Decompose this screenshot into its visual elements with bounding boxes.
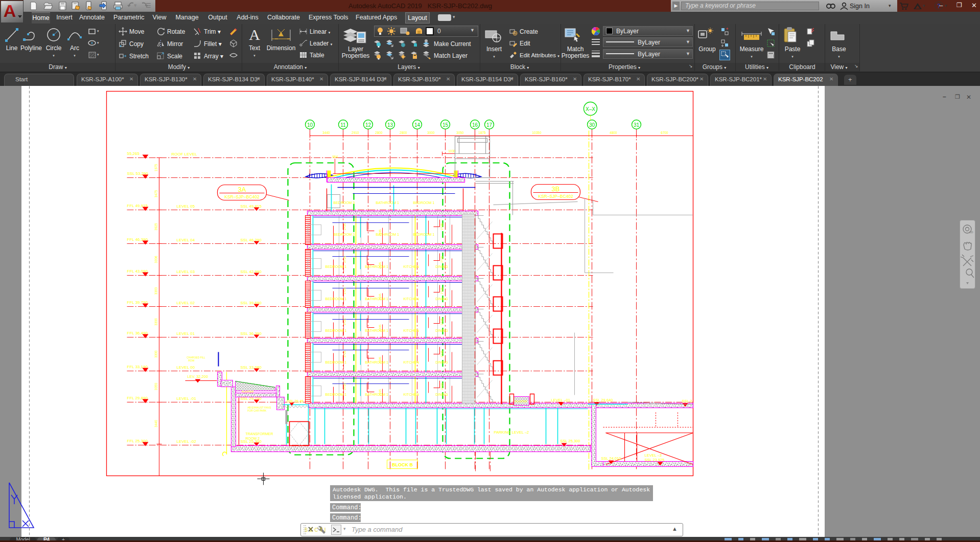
svg-text:3000: 3000 <box>427 131 435 134</box>
svg-text:SSL 24,010: SSL 24,010 <box>601 456 621 461</box>
svg-text:6700: 6700 <box>661 131 668 134</box>
svg-text:2725: 2725 <box>440 350 444 357</box>
svg-text:3475: 3475 <box>154 190 158 197</box>
svg-text:BATHROOM 1: BATHROOM 1 <box>365 393 389 396</box>
svg-text:2725: 2725 <box>440 287 444 294</box>
svg-text:31: 31 <box>634 122 640 128</box>
svg-text:2725: 2725 <box>440 318 444 325</box>
svg-text:SSL 23,925: SSL 23,925 <box>645 458 665 462</box>
svg-text:LEVEL –01: LEVEL –01 <box>551 398 571 402</box>
svg-text:DINING: DINING <box>436 360 449 364</box>
svg-text:BEDROOM 1: BEDROOM 1 <box>325 297 347 301</box>
svg-text:SSL 29,49: SSL 29,49 <box>287 399 304 403</box>
svg-text:10350: 10350 <box>532 131 541 134</box>
svg-text:DINING: DINING <box>436 393 449 396</box>
svg-text:PLANTER: PLANTER <box>242 390 254 393</box>
svg-text:2910: 2910 <box>352 131 359 134</box>
svg-text:BEDROOM 1: BEDROOM 1 <box>413 233 435 236</box>
svg-text:ROOF LEVEL: ROOF LEVEL <box>172 152 198 156</box>
svg-text:KITCHEN: KITCHEN <box>404 360 419 364</box>
svg-text:1875: 1875 <box>478 131 486 134</box>
svg-text:2725: 2725 <box>343 382 346 390</box>
svg-text:LEVEL 00: LEVEL 00 <box>177 365 195 370</box>
svg-text:2725: 2725 <box>343 287 346 294</box>
svg-text:1975: 1975 <box>154 164 158 171</box>
svg-text:BEDROOM 1: BEDROOM 1 <box>325 329 347 332</box>
svg-text:LEVEL 04: LEVEL 04 <box>177 238 195 242</box>
svg-text:BEDROOM 1: BEDROOM 1 <box>325 360 347 364</box>
svg-text:30: 30 <box>589 122 595 128</box>
svg-text:15: 15 <box>442 122 449 128</box>
svg-text:BATHROOM 1: BATHROOM 1 <box>365 265 389 268</box>
svg-text:LEVEL -01: LEVEL -01 <box>177 396 197 401</box>
svg-text:3440: 3440 <box>154 420 158 427</box>
svg-text:BATHROOM 1: BATHROOM 1 <box>365 329 389 332</box>
svg-text:DINING: DINING <box>436 329 449 332</box>
svg-text:3925: 3925 <box>154 223 158 231</box>
svg-text:2725: 2725 <box>440 382 444 390</box>
svg-text:ROW: ROW <box>189 359 195 362</box>
svg-text:KITCHEN: KITCHEN <box>404 297 419 301</box>
svg-text:3440: 3440 <box>322 131 330 134</box>
svg-text:3A: 3A <box>238 186 246 193</box>
svg-text:LEV. 32,200: LEV. 32,200 <box>188 374 208 379</box>
svg-text:11: 11 <box>340 122 346 128</box>
svg-text:KSR–SJP–BC402: KSR–SJP–BC402 <box>224 194 260 199</box>
svg-text:BATHROOM 1: BATHROOM 1 <box>365 297 389 301</box>
svg-text:2725: 2725 <box>440 223 444 230</box>
svg-text:17: 17 <box>486 122 493 128</box>
svg-text:3050: 3050 <box>456 131 464 134</box>
svg-text:PARKING LEVEL –2: PARKING LEVEL –2 <box>494 430 529 435</box>
svg-text:DINING: DINING <box>436 297 449 301</box>
svg-text:3300: 3300 <box>154 287 158 295</box>
svg-text:BATHROOM 1: BATHROOM 1 <box>365 360 389 364</box>
svg-text:964: 964 <box>333 155 338 159</box>
svg-text:55,265: 55,265 <box>127 151 140 156</box>
svg-text:SSL 25,300: SSL 25,300 <box>561 439 580 443</box>
svg-text:2725: 2725 <box>343 318 346 325</box>
svg-text:3350: 3350 <box>154 382 158 390</box>
svg-text:2725: 2725 <box>343 256 346 263</box>
svg-text:LEVEL 01: LEVEL 01 <box>177 331 195 336</box>
svg-text:4800: 4800 <box>610 131 617 134</box>
svg-text:A: A <box>249 27 260 43</box>
svg-text:2725: 2725 <box>440 256 444 263</box>
svg-text:LEVEL –3: LEVEL –3 <box>645 453 662 458</box>
svg-text:16: 16 <box>472 122 478 128</box>
svg-text:BEDROOM 1: BEDROOM 1 <box>413 201 435 205</box>
svg-text:BLOCK B: BLOCK B <box>392 462 413 467</box>
svg-text:BATHROOM 1: BATHROOM 1 <box>376 201 400 205</box>
svg-text:3306: 3306 <box>154 256 158 263</box>
svg-text:KITCHEN: KITCHEN <box>404 329 419 332</box>
svg-text:LEVEL 03: LEVEL 03 <box>177 269 195 274</box>
svg-text:BEDROOM 3: BEDROOM 3 <box>334 201 355 205</box>
svg-text:A: A <box>4 1 16 20</box>
svg-text:SSL 29,640: SSL 29,640 <box>593 398 613 402</box>
svg-text:KSR–SJP–BC402: KSR–SJP–BC402 <box>538 194 573 199</box>
svg-text:10: 10 <box>307 122 313 128</box>
svg-text:BEDROOM 3: BEDROOM 3 <box>334 233 355 236</box>
svg-text:12: 12 <box>365 122 371 128</box>
svg-text:2725: 2725 <box>343 350 346 357</box>
svg-text:KITCHEN: KITCHEN <box>404 393 419 396</box>
svg-text:2725: 2725 <box>343 223 346 230</box>
svg-text:ROOM 2: ROOM 2 <box>246 437 260 440</box>
svg-text:2800: 2800 <box>400 131 407 134</box>
svg-text:3300: 3300 <box>154 318 158 326</box>
svg-text:2D: 2D <box>969 231 973 234</box>
svg-text:FOR CAR PARK: FOR CAR PARK <box>248 409 267 412</box>
svg-text:BEDROOM 1: BEDROOM 1 <box>325 265 347 268</box>
svg-text:KITCHEN: KITCHEN <box>404 265 419 268</box>
svg-text:DINING: DINING <box>436 265 449 268</box>
svg-text:2800: 2800 <box>375 131 383 134</box>
svg-text:13: 13 <box>387 122 393 128</box>
svg-text:3300: 3300 <box>154 350 158 358</box>
svg-text:BEDROOM 1: BEDROOM 1 <box>325 393 347 396</box>
svg-text:LEVEL 02: LEVEL 02 <box>177 301 195 305</box>
svg-text:LEVEL 05: LEVEL 05 <box>177 204 195 209</box>
svg-text:14: 14 <box>414 122 421 128</box>
svg-text:BATHROOM 1: BATHROOM 1 <box>376 233 400 236</box>
svg-text:PLANTER: PLANTER <box>516 400 527 403</box>
svg-text:SSL 2: SSL 2 <box>682 399 692 403</box>
svg-text:X–X: X–X <box>586 106 595 112</box>
